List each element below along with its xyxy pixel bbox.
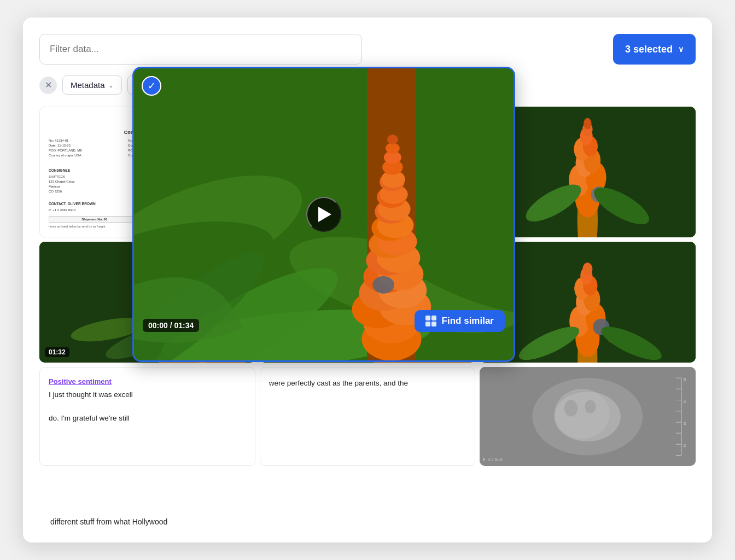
find-similar-icon: [425, 316, 436, 326]
find-similar-label: Find similar: [442, 316, 494, 326]
text-left-content: I just thought it was excell do. I'm gra…: [49, 389, 246, 424]
invoice-date: Date: 11-15-22: [49, 143, 124, 148]
ultrasound-cell: 5 4 3 2 E 4.4 Smft: [480, 367, 696, 466]
text-line2: do. I'm grateful we're still: [49, 414, 130, 422]
selected-label: 3 selected: [625, 44, 673, 55]
consignee-label: CONSIGNEE: [49, 168, 145, 173]
find-similar-button[interactable]: Find similar: [415, 310, 505, 332]
svg-text:4: 4: [684, 399, 686, 404]
top-bar: 3 selected ∨: [39, 34, 696, 65]
invoice-consignee: CONSIGNEE SHIPTECK 123 Chapel CloseManco…: [49, 168, 145, 199]
invoice-pod: POD: PORTLAND, ME: [49, 148, 124, 153]
close-icon: ✕: [45, 80, 52, 90]
play-icon: [318, 207, 331, 222]
svg-point-27: [584, 118, 592, 130]
text-left-cell: Positive sentiment I just thought it was…: [39, 367, 255, 466]
shipment-col: Shipment No. 00: [49, 216, 140, 222]
chevron-down-icon: ⌄: [108, 81, 114, 89]
svg-text:2: 2: [684, 443, 686, 448]
bottom-text-left: different stuff from what Hollywood: [50, 517, 167, 526]
video-inner: ✓ 00:00 / 01:34 Find similar: [134, 68, 514, 360]
invoice-col-left: No: #1234-01 Date: 11-15-22 POD: PORTLAN…: [49, 138, 124, 166]
text-line1: I just thought it was excell: [49, 390, 133, 399]
svg-text:3: 3: [684, 421, 686, 425]
filter-metadata-label: Metadata: [71, 80, 105, 90]
video-duration-badge: 01:32: [45, 347, 69, 357]
sentiment-label: Positive sentiment: [49, 377, 246, 386]
consignee-address: 123 Chapel CloseMancosCO 3256: [49, 179, 145, 194]
filter-close-button[interactable]: ✕: [39, 77, 57, 94]
svg-point-64: [555, 389, 610, 439]
consignee-name: SHIPTECK: [49, 174, 145, 179]
svg-text:5: 5: [684, 377, 686, 382]
svg-point-112: [387, 135, 398, 144]
video-timestamp: 00:00 / 01:34: [143, 319, 199, 332]
video-play-button[interactable]: [306, 197, 341, 232]
text-center-line1: were perfectly cast as the parents, and …: [269, 379, 408, 387]
svg-text:E: E: [483, 457, 486, 461]
text-center-bottom-cell: were perfectly cast as the parents, and …: [260, 367, 476, 466]
svg-point-65: [564, 400, 578, 416]
text-center-content: were perfectly cast as the parents, and …: [269, 377, 466, 389]
svg-text:4.4 Smft: 4.4 Smft: [488, 457, 503, 461]
ultrasound-svg: 5 4 3 2 E 4.4 Smft: [480, 367, 696, 466]
contact1-label: CONTACT: OLIVER BROWN: [49, 201, 145, 207]
video-overlay-cell: ✓ 00:00 / 01:34 Find similar: [132, 67, 515, 362]
filter-metadata-pill[interactable]: Metadata ⌄: [62, 75, 122, 95]
svg-point-56: [583, 262, 593, 276]
svg-point-66: [585, 400, 596, 413]
selected-button[interactable]: 3 selected ∨: [613, 34, 696, 65]
invoice-country: Country of origin: USA: [49, 153, 124, 158]
invoice-contact1: CONTACT: OLIVER BROWN P: +1 2 4567 8910: [49, 201, 145, 213]
contact1-phone: P: +1 2 4567 8910: [49, 208, 145, 213]
invoice-no: No: #1234-01: [49, 138, 124, 143]
svg-point-113: [372, 276, 394, 294]
filter-input[interactable]: [39, 34, 362, 65]
selected-check-badge: ✓: [142, 76, 161, 96]
chevron-down-icon: ∨: [678, 45, 684, 54]
app-container: 3 selected ∨ ✕ Metadata ⌄ capture_date ⌄…: [23, 18, 712, 542]
